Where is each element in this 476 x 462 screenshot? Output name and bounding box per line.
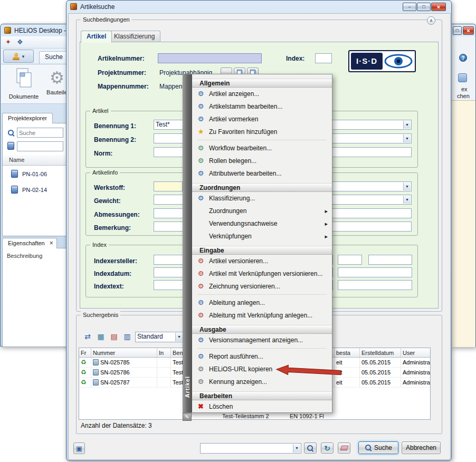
spacer-icon: [196, 219, 205, 228]
menu-item[interactable]: ✖Löschen: [192, 400, 332, 413]
clear-button[interactable]: [338, 442, 350, 454]
cell-index: [157, 358, 171, 367]
collapse-button[interactable]: ∧: [427, 16, 435, 25]
cell-nummer: SN-025787: [100, 379, 130, 386]
column-header[interactable]: Fr: [79, 348, 91, 357]
menu-item[interactable]: Verwendungsnachweise▸: [192, 217, 332, 230]
quick-tool-icon[interactable]: ❖: [17, 38, 23, 46]
indexdatum-extra-input[interactable]: [338, 267, 412, 277]
export-button[interactable]: ▦: [96, 332, 106, 342]
refresh-button[interactable]: ↻: [321, 442, 334, 454]
menu-item[interactable]: ⚙Artikelstamm bearbeiten...: [192, 100, 332, 113]
column-header[interactable]: User: [401, 348, 431, 357]
menu-item[interactable]: ⚙Artikel versionieren...: [192, 255, 332, 267]
helios-app-icon: [4, 27, 11, 34]
indexersteller-extra2-input[interactable]: [368, 255, 412, 265]
grid-icon: ▣: [76, 445, 82, 453]
dokumente-button[interactable]: Dokumente: [6, 66, 41, 102]
result-view-combo[interactable]: Standard ▼: [135, 332, 184, 342]
column-header[interactable]: besta: [335, 348, 360, 357]
maximize-button[interactable]: □: [417, 3, 431, 11]
abbrechen-button[interactable]: Abbrechen: [402, 441, 441, 454]
menu-item[interactable]: Verknüpfungen▸: [192, 230, 332, 243]
menu-item[interactable]: ⚙Versionsmanagement anzeigen...: [192, 334, 332, 346]
artikel-subgroup-label: Artikel: [90, 107, 111, 114]
menu-item[interactable]: ⚙Attributwerte bearbeiten...: [192, 167, 332, 180]
eigenschaften-tab[interactable]: Eigenschaften ×: [2, 238, 57, 248]
clipped-row-benennung: Test-Teilestamm 2: [222, 413, 269, 419]
dropdown-arrow-icon[interactable]: ▼: [175, 333, 183, 341]
minimize-button[interactable]: −: [403, 3, 416, 11]
werkstoff-code-input[interactable]: [154, 181, 183, 191]
explorer-filter-input[interactable]: [17, 141, 63, 151]
column-header[interactable]: Erstelldatum: [360, 348, 401, 357]
menu-item-label: Ableitung anlegen...: [209, 299, 265, 306]
suche-button[interactable]: Suche: [358, 441, 398, 454]
print-button[interactable]: ▥: [122, 332, 132, 342]
beschreibung-label: Beschreibung: [7, 253, 42, 259]
menu-separator: [192, 293, 332, 296]
close-icon[interactable]: ×: [50, 238, 53, 248]
menu-pin-button[interactable]: ✎: [183, 413, 192, 421]
menu-item-label: Verknüpfungen: [209, 233, 252, 240]
dropdown-arrow-icon[interactable]: ▼: [403, 196, 411, 204]
close-button[interactable]: ×: [463, 26, 474, 35]
user-menu-button[interactable]: ▾: [3, 50, 34, 63]
menu-item[interactable]: ⚙Artikel mit Verknüpfungen versionieren.…: [192, 267, 332, 280]
menu-section-header: Ausgabe: [192, 325, 332, 334]
projektexplorer-tab[interactable]: Projektexplorer: [2, 113, 53, 123]
menu-item[interactable]: ⚙Klassifizierung...: [192, 192, 332, 205]
explorer-search-input[interactable]: [17, 128, 63, 138]
cell-user: Administrator: [401, 358, 431, 367]
isd-logo: I·S·D: [348, 50, 416, 72]
menu-item[interactable]: ★Zu Favoriten hinzufügen: [192, 126, 332, 138]
ribbon-tab-suche[interactable]: Suche: [39, 51, 69, 64]
form-toggle-button[interactable]: ▣: [73, 442, 85, 454]
menu-item[interactable]: ⚙Artikel vormerken: [192, 113, 332, 126]
menu-item[interactable]: ⚙Ableitung mit Verknüpfung anlegen...: [192, 309, 332, 322]
indexersteller-label: Indexersteller:: [94, 256, 137, 266]
menu-section-header: Allgemein: [192, 79, 332, 88]
index-subgroup-label: Index: [90, 241, 109, 248]
index-label: Index:: [286, 54, 304, 63]
menu-item[interactable]: Zuordnungen▸: [192, 205, 332, 217]
workflow-icon: ⚙: [196, 144, 205, 152]
close-button[interactable]: ×: [431, 3, 446, 11]
cell-nummer: SN-025785: [100, 359, 130, 365]
refresh-result-button[interactable]: ⇄: [82, 332, 93, 342]
bemerkung-label: Bemerkung:: [94, 223, 131, 233]
dropdown-arrow-icon[interactable]: ▼: [293, 444, 300, 453]
dropdown-arrow-icon[interactable]: ▼: [403, 121, 411, 129]
artikelnummer-input[interactable]: [158, 53, 262, 63]
index-input[interactable]: [315, 53, 332, 63]
quick-search-combo[interactable]: ▼: [200, 443, 301, 454]
menu-item[interactable]: ⚙Report ausführen...: [192, 350, 332, 363]
artikel-context-menu: Artikel Allgemein ⚙Artikel anzeigen... ⚙…: [183, 74, 332, 413]
record-count: Anzahl der Datensätze: 3: [81, 422, 152, 429]
column-header[interactable]: In: [157, 348, 171, 357]
gear-icon: ⚙: [196, 194, 205, 203]
quick-tool-icon[interactable]: ✦: [5, 38, 11, 46]
indexersteller-extra1-input[interactable]: [338, 255, 362, 265]
menu-item[interactable]: ⚙Workflow bearbeiten...: [192, 142, 332, 155]
menu-item[interactable]: ⚙Rollen belegen...: [192, 155, 332, 167]
indextext-extra-input[interactable]: [338, 280, 412, 290]
star-icon: ★: [196, 128, 205, 136]
helios-desktop-window-right-edge: □ × ? ex chen: [451, 24, 476, 347]
tab-artikel[interactable]: Artikel: [81, 31, 112, 43]
column-header[interactable]: Nummer: [91, 348, 157, 357]
report-button[interactable]: ▤: [109, 332, 119, 342]
menu-item-label: HELiOS-URL kopieren: [209, 365, 272, 373]
maximize-button[interactable]: □: [453, 26, 462, 35]
context-menu-strip: Artikel: [183, 74, 192, 412]
help-icon[interactable]: ?: [459, 54, 467, 62]
dropdown-arrow-icon[interactable]: ▼: [403, 134, 411, 142]
artikelsuche-dialog-icon: [70, 3, 77, 10]
dropdown-arrow-icon[interactable]: ▼: [403, 182, 411, 190]
search-options-button[interactable]: [304, 442, 317, 454]
menu-item[interactable]: ⚙Ableitung anlegen...: [192, 296, 332, 309]
database-icon: [7, 142, 14, 150]
menu-item[interactable]: ⚙Artikel anzeigen...: [192, 88, 332, 100]
tab-klassifizierung[interactable]: Klassifizierung: [108, 31, 160, 42]
menu-item[interactable]: ⚙Zeichnung versionieren...: [192, 280, 332, 293]
